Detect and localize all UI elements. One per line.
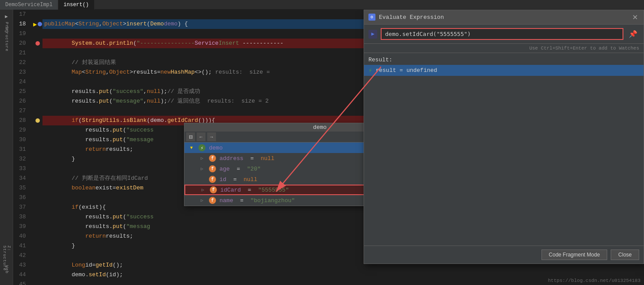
gutter-17 [33,10,42,19]
eval-title-text: Evaluate Expression [379,14,444,21]
ln-32: 32 [13,154,29,164]
gutter: ▶ [33,10,42,285]
eval-result-row: ⚡ result = undefined [364,65,644,76]
eval-result-label: Result: [364,53,644,65]
demo-value-icon: ⚡ [198,144,205,151]
ln-41: 41 [13,241,29,251]
breakpoint-20[interactable] [35,41,40,46]
gutter-35 [33,183,42,193]
item-value-address: null [261,155,274,162]
gutter-18: ▶ [33,19,42,29]
sidebar-icon-web[interactable]: Web [2,265,11,274]
gutter-30 [33,135,42,145]
ln-19: 19 [13,29,29,39]
gutter-40 [33,232,42,241]
ln-37: 37 [13,203,29,212]
breakpoint-28[interactable] [35,118,40,123]
eval-input-icon: ▶ [368,30,377,39]
gutter-19 [33,29,42,39]
ln-24: 24 [13,77,29,87]
tab-demo-service-impl[interactable]: DemoServiceImpl [0,0,58,10]
tab-insert[interactable]: insert() [58,0,95,10]
sidebar-icon-structure[interactable]: Structure [2,34,11,44]
gutter-29 [33,125,42,135]
item-key-age: age [219,166,230,172]
gutter-21 [33,48,42,58]
eval-close-button[interactable]: ✕ [630,13,639,21]
sidebar-left: ▶ Proj Structure Z: Structure Web [0,10,13,285]
field-icon-id: f [209,176,216,183]
item-value-name: "bojiangzhou" [251,197,295,204]
gutter-24 [33,77,42,87]
breakpoint-18[interactable] [38,22,42,26]
gutter-44 [33,270,42,280]
gutter-34 [33,174,42,183]
eval-input-area: ▶ 📌 [364,25,644,44]
gutter-38 [33,212,42,222]
gutter-27 [33,106,42,116]
expand-arrow-address: ▷ [198,155,205,162]
gutter-31 [33,145,42,154]
eval-add-watches-button[interactable]: 📌 [627,30,639,38]
item-key-demo: demo [209,145,223,151]
gutter-28 [33,116,42,125]
watermark: https://blog.csdn.net/u013254183 [545,276,644,285]
item-key-idcard: idCard [220,187,241,193]
gutter-26 [33,96,42,106]
expand-arrow-age: ▷ [198,165,205,172]
gutter-36 [33,193,42,203]
ln-29: 29 [13,125,29,135]
nav-forward-btn[interactable]: → [207,132,216,141]
editor-area: 17 18 19 20 21 22 23 24 25 26 27 28 29 3… [13,10,644,285]
expand-arrow-demo[interactable]: ▼ [188,144,195,151]
ln-18: 18 [13,19,29,29]
ln-23: 23 [13,68,29,77]
field-icon-age: f [209,165,216,172]
field-icon-idcard: f [210,186,217,193]
close-button[interactable]: Close [611,249,639,260]
gutter-33 [33,164,42,174]
ln-44: 44 [13,270,29,280]
item-key-name: name [219,197,233,204]
ln-34: 34 [13,174,29,183]
ln-25: 25 [13,87,29,96]
eval-title: ⚙ Evaluate Expression [368,14,444,21]
ln-17: 17 [13,10,29,19]
item-key-address: address [219,155,244,162]
gutter-22 [33,58,42,68]
ln-20: 20 [13,39,29,48]
code-fragment-button[interactable]: Code Fragment Mode [541,249,608,260]
gutter-23 [33,68,42,77]
ln-26: 26 [13,96,29,106]
ln-30: 30 [13,135,29,145]
ln-35: 35 [13,183,29,193]
ln-38: 38 [13,212,29,222]
gutter-45 [33,280,42,285]
nav-filter-btn[interactable]: ⊟ [186,132,195,141]
result-value-icon: ⚡ [368,67,372,74]
main-layout: ▶ Proj Structure Z: Structure Web 17 18 … [0,10,644,285]
eval-hint: Use Ctrl+Shift+Enter to add to Watches [364,44,644,53]
ln-22: 22 [13,58,29,68]
line-numbers: 17 18 19 20 21 22 23 24 25 26 27 28 29 3… [13,10,33,285]
expand-arrow-name: ▷ [198,197,205,204]
ln-36: 36 [13,193,29,203]
item-key-id: id [219,176,226,183]
sidebar-icon-zstructure[interactable]: Z: Structure [2,253,11,263]
expand-arrow-id [198,176,205,183]
ln-27: 27 [13,106,29,116]
gutter-25 [33,87,42,96]
add-watches-icon: 📌 [629,30,637,38]
eval-dialog-icon: ⚙ [368,14,375,21]
ln-21: 21 [13,48,29,58]
field-icon-address: f [209,155,216,162]
item-value-idcard: "5555555" [258,187,289,193]
tab-bar: DemoServiceImpl insert() [0,0,644,10]
gutter-41 [33,241,42,251]
sidebar-icon-1[interactable]: ▶ [2,11,11,21]
eval-result-text: result = undefined [375,67,437,74]
eval-expression-input[interactable] [381,28,623,40]
item-value-id: null [244,176,257,183]
gutter-39 [33,222,42,232]
nav-back-btn[interactable]: ← [197,132,205,141]
